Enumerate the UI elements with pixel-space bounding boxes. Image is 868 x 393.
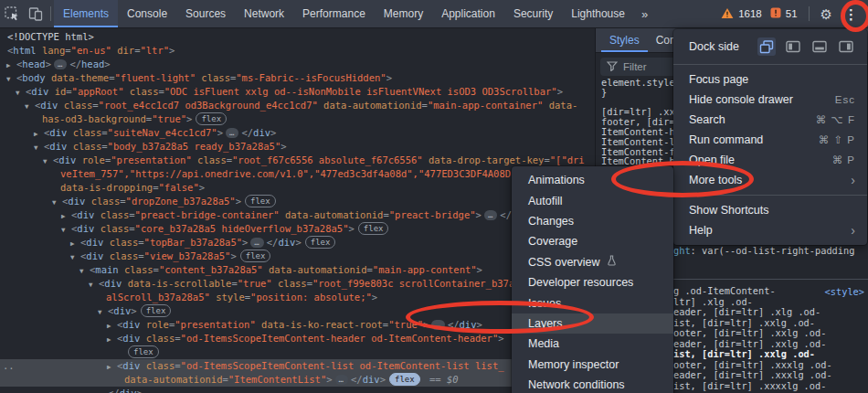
expand-arrow-collapsed-icon[interactable]: ▶ [34, 127, 38, 141]
expand-arrow-expanded-icon[interactable]: ▼ [16, 86, 20, 100]
dom-tree-line[interactable]: ▼<div role="presentation" class="root_f6… [0, 154, 595, 167]
submenu-item-layers[interactable]: Layers [512, 313, 673, 334]
submenu-item-changes[interactable]: Changes [512, 211, 673, 231]
submenu-item-issues[interactable]: Issues [512, 292, 673, 313]
more-tabs-button[interactable]: » [634, 0, 655, 27]
expand-arrow-expanded-icon[interactable]: ▼ [61, 223, 66, 237]
dom-tree-line[interactable]: ▶<div role="presentation" data-is-ko-rea… [0, 318, 595, 332]
menu-item-search[interactable]: Search⌘ ⌥ F [673, 110, 867, 130]
settings-gear-icon[interactable]: ⚙ [820, 7, 832, 21]
dom-tree-line[interactable]: <!DOCTYPE html> [0, 30, 595, 44]
dom-tree-line[interactable]: ▼<div id="appRoot" class="ODC isFluent x… [0, 85, 595, 99]
submenu-item-coverage[interactable]: Coverage [512, 231, 673, 251]
style-selector-fragment[interactable]: ist, [dir=ltr] .xxxxlg .od- [673, 381, 832, 392]
collapsed-content-ellipsis-icon[interactable]: … [54, 59, 67, 69]
dom-tree-line[interactable]: ▼<div>flex [0, 304, 595, 318]
expand-arrow-collapsed-icon[interactable]: ▶ [107, 319, 111, 333]
menu-item-run-command[interactable]: Run command⌘ ⇧ P [673, 130, 867, 150]
sidebar-tab-styles[interactable]: Styles [601, 27, 648, 52]
tab-console[interactable]: Console [118, 0, 176, 27]
inspect-element-icon[interactable] [0, 0, 24, 27]
flex-badge[interactable]: flex [245, 195, 276, 207]
collapsed-content-ellipsis-icon[interactable]: … [335, 375, 348, 385]
tab-performance[interactable]: Performance [293, 0, 375, 27]
tab-memory[interactable]: Memory [375, 0, 432, 27]
menu-item-open-file[interactable]: Open file⌘ P [673, 150, 867, 170]
dom-tree-line[interactable]: ▼<div class="body_b37a28a5 ready_b37a28a… [0, 140, 595, 154]
submenu-item-animations[interactable]: Animations [512, 170, 673, 190]
dom-tree-line[interactable]: ▼<main class="content_b37a28a5" data-aut… [0, 263, 595, 277]
expand-arrow-expanded-icon[interactable]: ▼ [43, 154, 48, 168]
dom-tree-line[interactable]: ▶<div class="suiteNav_e4cc1cd7">…</div> [0, 126, 595, 140]
menu-item-help[interactable]: Help› [673, 220, 867, 240]
expand-arrow-expanded-icon[interactable]: ▼ [98, 305, 102, 319]
dom-tree-line[interactable]: ▼<div data-is-scrollable="true" class="r… [0, 277, 595, 291]
dom-tree-line[interactable]: flex [0, 345, 595, 359]
flex-badge[interactable]: flex [196, 112, 227, 125]
flex-badge[interactable]: flex [389, 373, 420, 386]
submenu-item-memory-inspector[interactable]: Memory inspector [512, 355, 673, 375]
expand-arrow-expanded-icon[interactable]: ▼ [34, 141, 38, 154]
submenu-item-css-overview[interactable]: CSS overview [512, 252, 673, 272]
expand-arrow-collapsed-icon[interactable]: ▶ [107, 360, 111, 374]
dom-tree-line[interactable]: ▼<div class="view_b37a28a5">flex [0, 250, 595, 263]
menu-item-more-tools[interactable]: More tools› [673, 170, 867, 190]
style-property-fragment[interactable]: ght: var(--od-list-right-padding [673, 245, 854, 256]
dom-tree-line[interactable]: veItem_757","https://api.onedrive.com/v1… [0, 167, 595, 181]
flex-badge[interactable]: flex [128, 345, 159, 358]
dom-tree-line[interactable]: ▼<body data-theme="fluent-light" class="… [0, 71, 595, 85]
tab-network[interactable]: Network [235, 0, 293, 27]
issues-badge[interactable]: 51 [770, 7, 798, 20]
tab-sources[interactable]: Sources [176, 0, 235, 27]
submenu-item-autofill[interactable]: Autofill [512, 190, 673, 210]
expand-arrow-collapsed-icon[interactable]: ▶ [6, 58, 11, 72]
customize-devtools-menu-button[interactable]: ⋮ [841, 7, 862, 21]
flex-badge[interactable]: flex [240, 250, 271, 262]
dom-tree-line[interactable]: ▼<div class="core_b37a28a5 hideOverflow_… [0, 222, 595, 236]
dom-tree-line[interactable]: has-od3-background="true">flex [0, 112, 595, 126]
dom-tree-line[interactable]: </div> [0, 387, 595, 393]
expand-arrow-expanded-icon[interactable]: ▼ [25, 100, 29, 113]
undock-icon[interactable] [757, 37, 776, 56]
flex-badge[interactable]: flex [305, 236, 336, 249]
flex-badge[interactable]: flex [141, 304, 172, 317]
dom-tree-line[interactable]: ▼<div class="root_e4cc1cd7 od3Background… [0, 99, 595, 112]
style-selector-fragment[interactable]: g .od-ItemContent- [673, 286, 832, 297]
expand-arrow-expanded-icon[interactable]: ▼ [6, 72, 11, 86]
submenu-item-media[interactable]: Media [512, 334, 673, 354]
expand-arrow-collapsed-icon[interactable]: ▶ [70, 237, 75, 250]
menu-item-hide-console-drawer[interactable]: Hide console drawerEsc [673, 90, 867, 110]
dom-tree-line[interactable]: data-automationid="ItemContentList">…</d… [0, 373, 595, 387]
expand-arrow-expanded-icon[interactable]: ▼ [70, 250, 75, 264]
collapsed-content-ellipsis-icon[interactable]: … [484, 210, 497, 220]
dock-to-bottom-icon[interactable] [810, 37, 829, 56]
dom-tree-line[interactable]: alScroll_b37a28a5" style="position: abso… [0, 291, 595, 304]
expand-arrow-expanded-icon[interactable]: ▼ [89, 278, 93, 292]
submenu-item-developer-resources[interactable]: Developer resources [512, 272, 673, 292]
dom-tree-line[interactable]: data-is-dropping="false"> [0, 181, 595, 195]
dom-tree-line[interactable]: ▶<div class="topBar_b37a28a5">…</div>fle… [0, 236, 595, 250]
collapsed-content-ellipsis-icon[interactable]: … [250, 238, 263, 248]
menu-item-show-shortcuts[interactable]: Show Shortcuts [673, 200, 867, 220]
style-selector-fragment[interactable]: ist, [dir=ltr] .xxlg .od- [673, 349, 832, 360]
style-selector-fragment[interactable]: eader, [dir=ltr] .xxxlg .od- [673, 370, 832, 381]
flex-badge[interactable]: flex [358, 222, 389, 235]
expand-arrow-collapsed-icon[interactable]: ▶ [107, 333, 111, 346]
dom-tree-line[interactable]: ▶<div class="preact-bridge-container" da… [0, 208, 595, 222]
tab-application[interactable]: Application [432, 0, 504, 27]
dom-tree-line[interactable]: ..▶<div class="od-ItemsScopeItemContent-… [0, 359, 595, 373]
dom-tree-line[interactable]: ▼<div class="dropZone_b37a28a5">flex [0, 195, 595, 208]
dom-tree-line[interactable]: <html lang="en-us" dir="ltr"> [0, 44, 595, 58]
tab-lighthouse[interactable]: Lighthouse [562, 0, 634, 27]
dom-tree-line[interactable]: ▶<head>…</head> [0, 58, 595, 71]
warnings-badge[interactable]: 1618 [721, 7, 762, 21]
menu-item-focus-page[interactable]: Focus page [673, 69, 867, 90]
style-selector-fragment[interactable]: ooter, [dir=ltr] .xxlg .od- [673, 328, 832, 339]
tab-elements[interactable]: Elements [54, 0, 118, 27]
collapsed-content-ellipsis-icon[interactable]: … [431, 320, 444, 330]
collapsed-content-ellipsis-icon[interactable]: … [226, 128, 238, 138]
device-toolbar-icon[interactable] [24, 0, 48, 27]
dock-to-right-icon[interactable] [837, 37, 855, 56]
dom-tree-line[interactable]: ▶<div class="od-ItemsScopeItemContent-he… [0, 332, 595, 345]
dock-to-left-icon[interactable] [784, 37, 802, 56]
